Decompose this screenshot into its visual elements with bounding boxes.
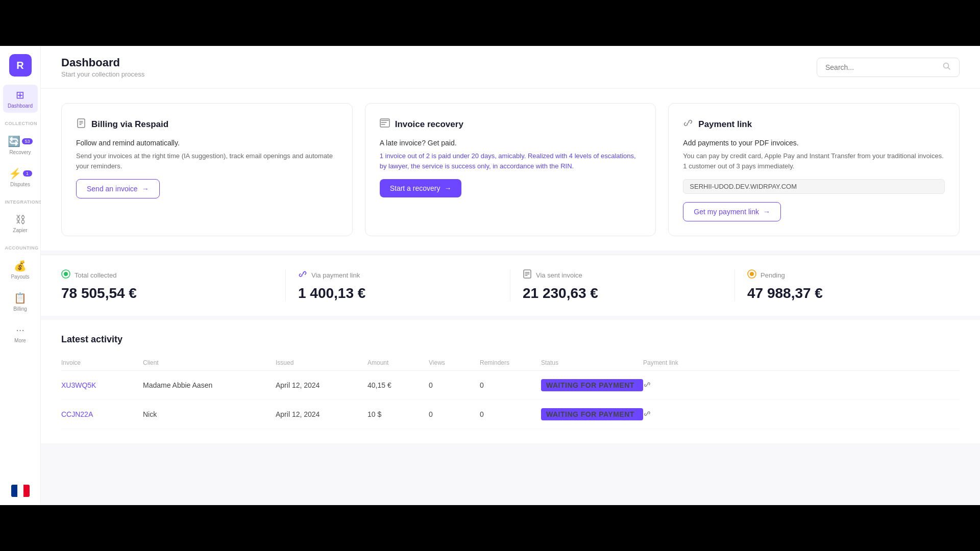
activity-title: Latest activity — [61, 334, 960, 345]
content-header: Dashboard Start your collection process — [41, 46, 980, 89]
sidebar: R ⊞ Dashboard COLLECTION 🔄 53 Recovery — [0, 46, 41, 505]
row2-payment-link-icon[interactable] — [643, 410, 960, 419]
sidebar-item-more[interactable]: ··· More — [3, 320, 38, 347]
row2-reminders: 0 — [480, 410, 541, 418]
recovery-card-desc: 1 invoice out of 2 is paid under 20 days… — [380, 152, 636, 170]
search-bar[interactable] — [817, 58, 960, 77]
stat-invoice-value: 21 230,63 € — [523, 285, 722, 302]
recovery-card-body: A late invoice? Get paid. 1 invoice out … — [380, 139, 642, 171]
row2-amount: 10 $ — [368, 410, 429, 418]
stats-row: Total collected 78 505,54 € Via payment … — [41, 255, 980, 316]
sidebar-item-disputes[interactable]: ⚡ 1 Disputes — [3, 163, 38, 191]
cards-row: Billing via Respaid Follow and remind au… — [41, 89, 980, 251]
svg-line-1 — [948, 67, 950, 69]
activity-section: Latest activity Invoice Client Issued Am… — [41, 320, 980, 443]
row1-status: WAITING FOR PAYMENT — [541, 379, 643, 391]
recovery-badge: 53 — [22, 138, 32, 144]
integrations-section-label: INTEGRATIONS — [3, 195, 38, 206]
stat-invoice-header: Via sent invoice — [523, 269, 722, 281]
send-invoice-button[interactable]: Send an invoice → — [76, 179, 160, 198]
col-views: Views — [429, 359, 480, 366]
billing-card-desc: Send your invoices at the right time (IA… — [76, 152, 333, 170]
stat-pending-header: Pending — [747, 269, 947, 281]
stat-total-label: Total collected — [75, 271, 116, 279]
row2-invoice[interactable]: CCJN22A — [61, 410, 143, 418]
recovery-card: Invoice recovery A late invoice? Get pai… — [365, 103, 656, 236]
row2-issued: April 12, 2024 — [276, 410, 368, 418]
payment-card-header: Payment link — [683, 118, 945, 131]
stat-pending: Pending 47 988,37 € — [735, 269, 960, 302]
billing-card-icon — [76, 118, 86, 131]
billing-icon: 📋 — [14, 292, 27, 304]
row1-amount: 40,15 € — [368, 381, 429, 389]
table-row: XU3WQ5K Madame Abbie Aasen April 12, 202… — [61, 371, 960, 400]
sidebar-item-payouts[interactable]: 💰 Payouts — [3, 256, 38, 284]
stat-sent-invoice: Via sent invoice 21 230,63 € — [510, 269, 735, 302]
stat-invoice-label: Via sent invoice — [536, 271, 582, 279]
payment-card-icon — [683, 118, 693, 131]
zapier-icon: ⛓ — [15, 214, 26, 226]
sidebar-item-dashboard[interactable]: ⊞ Dashboard — [3, 85, 38, 113]
get-payment-link-button[interactable]: Get my payment link → — [683, 202, 781, 221]
col-client: Client — [143, 359, 276, 366]
stat-total-header: Total collected — [61, 269, 273, 281]
search-input[interactable] — [825, 63, 939, 71]
sidebar-item-billing[interactable]: 📋 Billing — [3, 288, 38, 316]
recovery-card-title: Invoice recovery — [395, 119, 463, 130]
sidebar-item-zapier[interactable]: ⛓ Zapier — [3, 210, 38, 237]
stat-payment-header: Via payment link — [298, 269, 498, 281]
dashboard-icon: ⊞ — [16, 89, 24, 101]
col-status: Status — [541, 359, 643, 366]
row1-views: 0 — [429, 381, 480, 389]
svg-point-14 — [750, 272, 754, 276]
accounting-section-label: ACCOUNTING — [3, 241, 38, 252]
col-invoice: Invoice — [61, 359, 143, 366]
language-flag[interactable] — [11, 485, 30, 497]
page-subtitle: Start your collection process — [61, 70, 144, 78]
payment-card-title: Payment link — [698, 119, 752, 130]
start-recovery-button[interactable]: Start a recovery → — [380, 179, 462, 197]
stat-total-collected: Total collected 78 505,54 € — [61, 269, 286, 302]
payouts-icon: 💰 — [14, 260, 27, 272]
search-icon — [943, 62, 951, 72]
payment-link-stat-icon — [298, 269, 307, 281]
sidebar-item-recovery[interactable]: 🔄 53 Recovery — [3, 131, 38, 159]
row2-status: WAITING FOR PAYMENT — [541, 408, 643, 420]
more-icon: ··· — [16, 324, 24, 336]
recovery-card-tagline: A late invoice? Get paid. — [380, 139, 642, 147]
disputes-badge: 1 — [23, 170, 32, 177]
page-title: Dashboard — [61, 56, 144, 69]
pending-icon — [747, 269, 756, 281]
row2-client: Nick — [143, 410, 276, 418]
sent-invoice-icon — [523, 269, 532, 281]
stat-payment-link: Via payment link 1 400,13 € — [286, 269, 510, 302]
stat-pending-value: 47 988,37 € — [747, 285, 947, 302]
table-header: Invoice Client Issued Amount Views Remin… — [61, 355, 960, 371]
stat-payment-label: Via payment link — [311, 271, 360, 279]
row1-client: Madame Abbie Aasen — [143, 381, 276, 389]
row1-payment-link-icon[interactable] — [643, 381, 960, 390]
stat-total-value: 78 505,54 € — [61, 285, 273, 302]
billing-card: Billing via Respaid Follow and remind au… — [61, 103, 353, 236]
billing-card-title: Billing via Respaid — [91, 119, 168, 130]
svg-point-8 — [64, 272, 68, 276]
col-reminders: Reminders — [480, 359, 541, 366]
col-payment-link: Payment link — [643, 359, 960, 366]
payment-card-url: SERHII-UDOD.DEV.WIDRPAY.COM — [683, 179, 945, 194]
stat-pending-label: Pending — [761, 271, 785, 279]
row1-invoice[interactable]: XU3WQ5K — [61, 381, 143, 389]
recovery-icon: 🔄 — [8, 135, 20, 147]
table-row: CCJN22A Nick April 12, 2024 10 $ 0 0 WAI… — [61, 400, 960, 429]
total-collected-icon — [61, 269, 70, 281]
disputes-icon: ⚡ — [9, 167, 21, 180]
main-content: Dashboard Start your collection process — [41, 46, 980, 505]
row1-issued: April 12, 2024 — [276, 381, 368, 389]
payment-card-body: Add payments to your PDF invoices. You c… — [683, 139, 945, 171]
collection-section-label: COLLECTION — [3, 117, 38, 127]
payment-card-desc: You can pay by credit card, Apple Pay an… — [683, 152, 943, 170]
payment-card-tagline: Add payments to your PDF invoices. — [683, 139, 945, 147]
recovery-card-header: Invoice recovery — [380, 118, 642, 131]
col-amount: Amount — [368, 359, 429, 366]
app-logo[interactable]: R — [9, 54, 32, 77]
payment-link-card: Payment link Add payments to your PDF in… — [668, 103, 960, 236]
